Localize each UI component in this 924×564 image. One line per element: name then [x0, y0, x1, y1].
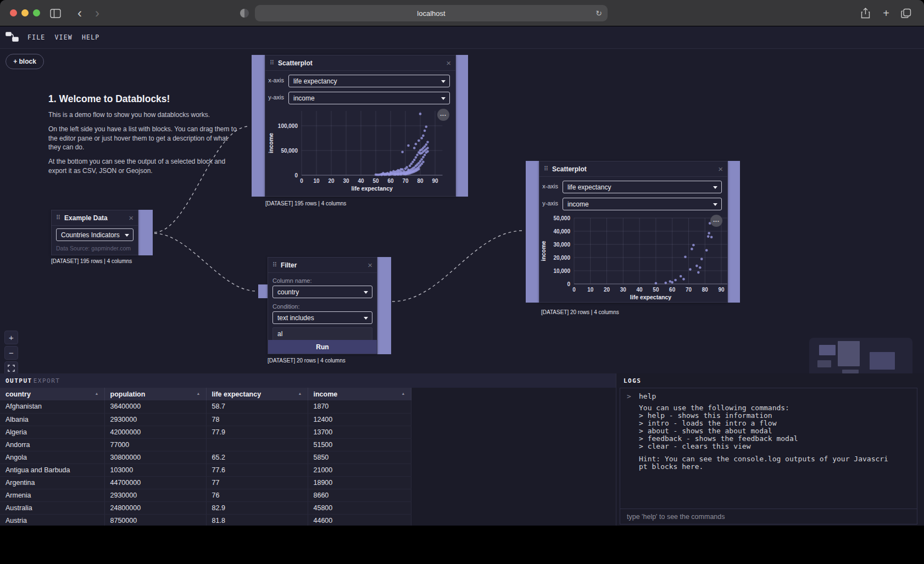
table-cell: Albania	[0, 413, 104, 426]
minimap-block	[817, 360, 831, 367]
welcome-paragraph: This is a demo flow to show you how data…	[48, 110, 242, 119]
drag-handle-icon[interactable]: ⠿	[272, 261, 277, 269]
table-cell: Andorra	[0, 438, 104, 451]
output-handle[interactable]	[456, 55, 468, 197]
forward-button[interactable]: ›	[90, 7, 104, 20]
y-axis-label: y-axis	[265, 94, 284, 100]
menu-file[interactable]: FILE	[27, 33, 46, 41]
data-source-label: Data Source: gapminder.com	[56, 245, 131, 252]
new-tab-button[interactable]: +	[879, 7, 893, 20]
minimap-block	[838, 341, 860, 366]
run-button[interactable]: Run	[268, 340, 377, 354]
table-cell: 77.9	[206, 426, 308, 438]
sort-asc-icon[interactable]: ▲	[298, 392, 302, 395]
sidebar-toggle-icon[interactable]	[48, 7, 63, 20]
table-cell: 77	[206, 476, 308, 489]
svg-text:80: 80	[417, 178, 424, 184]
table-cell: 42000000	[104, 426, 206, 438]
filter-value-input[interactable]	[272, 327, 372, 340]
zoom-out-button[interactable]: −	[4, 346, 18, 360]
minimap-block	[870, 352, 895, 370]
x-axis-select[interactable]: life expectancy	[288, 75, 450, 87]
flow-canvas[interactable]: + block 1. Welcome to Datablocks! This i…	[0, 49, 924, 373]
input-handle[interactable]	[526, 161, 539, 303]
sort-asc-icon[interactable]: ▲	[197, 392, 201, 395]
close-icon[interactable]: ×	[129, 214, 133, 222]
share-icon[interactable]	[858, 7, 872, 20]
logs-content: > help You can use the following command…	[620, 388, 917, 509]
chevron-down-icon	[441, 80, 446, 83]
reload-icon[interactable]: ↻	[595, 9, 602, 18]
output-handle[interactable]	[138, 210, 153, 255]
condition-select[interactable]: text includes	[272, 311, 372, 324]
chart-options-button[interactable]: •••	[710, 215, 722, 227]
tab-overview-icon[interactable]	[899, 7, 913, 20]
chart-options-button[interactable]: •••	[437, 109, 449, 121]
input-handle[interactable]	[252, 55, 265, 197]
svg-text:90: 90	[718, 287, 725, 293]
sort-asc-icon[interactable]: ▲	[95, 392, 99, 395]
minimap-block	[819, 345, 836, 355]
column-header[interactable]: income▲	[308, 388, 411, 400]
chevron-down-icon	[364, 291, 368, 294]
table-cell: 12400	[308, 413, 411, 426]
menu-view[interactable]: VIEW	[55, 33, 73, 41]
close-icon[interactable]: ×	[718, 165, 723, 173]
log-line: You can use the following commands:	[639, 404, 910, 412]
drag-handle-icon[interactable]: ⠿	[544, 165, 548, 172]
input-handle[interactable]	[258, 284, 268, 298]
svg-text:life expectancy: life expectancy	[630, 294, 671, 300]
table-cell: 13700	[308, 426, 411, 438]
table-cell: 65.2	[206, 451, 308, 464]
output-handle[interactable]	[377, 257, 391, 354]
tab-output[interactable]: OUTPUT	[5, 377, 32, 384]
drag-handle-icon[interactable]: ⠿	[56, 214, 60, 221]
y-axis-label: y-axis	[539, 200, 558, 206]
table-cell: 45800	[308, 501, 411, 514]
connection-edge	[392, 231, 524, 301]
column-header[interactable]: country▲	[0, 388, 104, 400]
table-row: Afghanistan3640000058.71870	[0, 400, 411, 413]
table-cell: 44600	[308, 514, 411, 526]
log-hint: Hint: You can see the console.log output…	[639, 455, 890, 471]
logs-command-input[interactable]	[620, 509, 917, 524]
column-header[interactable]: life expectancy▲	[206, 388, 308, 400]
dataset-caption: [DATASET] 195 rows | 4 columns	[265, 200, 346, 206]
sort-asc-icon[interactable]: ▲	[402, 392, 405, 395]
column-select[interactable]: country	[272, 286, 372, 298]
drag-handle-icon[interactable]: ⠿	[270, 59, 274, 66]
filter-block[interactable]: ⠿ Filter × Column name: country Conditio…	[268, 257, 377, 354]
scatterplot-block-right[interactable]: ⠿ Scatterplot × x-axis life expectancy y…	[539, 161, 728, 303]
bottom-panel: OUTPUT EXPORT country▲population▲life ex…	[0, 373, 924, 526]
svg-text:0: 0	[300, 178, 303, 184]
x-axis-label: x-axis	[539, 183, 558, 189]
log-command-line: > help	[627, 393, 910, 400]
zoom-in-button[interactable]: +	[4, 331, 18, 344]
svg-text:20,000: 20,000	[553, 255, 570, 261]
table-cell	[206, 438, 308, 451]
output-handle[interactable]	[728, 161, 740, 303]
add-block-button[interactable]: + block	[5, 54, 44, 69]
close-icon[interactable]: ×	[368, 261, 372, 269]
tab-export[interactable]: EXPORT	[34, 377, 60, 384]
url-bar[interactable]: localhost ↻	[255, 5, 608, 21]
dataset-select[interactable]: Countries Indicators	[56, 228, 133, 241]
column-name-label: Column name:	[272, 277, 312, 284]
table-cell: 2930000	[104, 489, 206, 501]
zoom-window-button[interactable]	[33, 9, 40, 16]
column-header[interactable]: population▲	[104, 388, 206, 400]
table-row: Algeria4200000077.913700	[0, 426, 411, 438]
x-axis-select[interactable]: life expectancy	[563, 181, 722, 193]
scatterplot-block-top[interactable]: ⠿ Scatterplot × x-axis life expectancy y…	[265, 55, 456, 197]
table-cell: 103000	[104, 464, 206, 476]
menu-help[interactable]: HELP	[82, 33, 100, 41]
example-data-block[interactable]: ⠿ Example Data × Countries Indicators Da…	[51, 210, 138, 255]
minimize-window-button[interactable]	[21, 9, 29, 16]
close-icon[interactable]: ×	[446, 59, 451, 67]
svg-text:20: 20	[328, 178, 335, 184]
back-button[interactable]: ‹	[73, 7, 87, 20]
y-axis-select[interactable]: income	[563, 198, 722, 210]
y-axis-select[interactable]: income	[288, 92, 450, 104]
close-window-button[interactable]	[10, 9, 17, 16]
minimap[interactable]	[809, 338, 912, 373]
